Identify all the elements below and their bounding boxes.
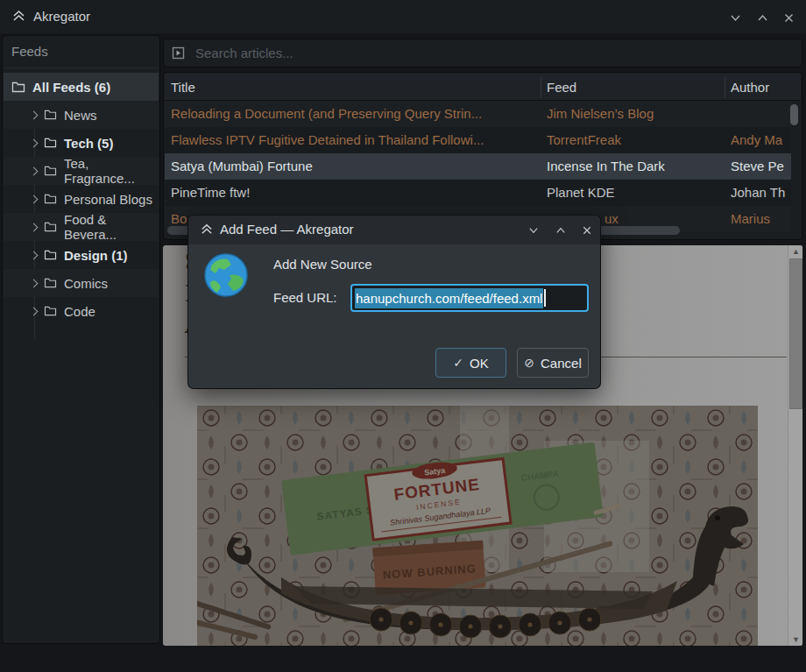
chevron-right-icon[interactable] (30, 195, 39, 203)
folder-icon (11, 81, 25, 93)
feed-url-input[interactable]: hanupchurch.com/feed/feed.xml (350, 284, 589, 312)
sidebar-item-design[interactable]: Design (1) (4, 241, 159, 269)
add-feed-dialog: Add Feed — Akregator Add New Source Feed… (188, 216, 600, 388)
sidebar-item-label: Tech (5) (64, 136, 113, 151)
article-author (725, 101, 791, 127)
folder-icon (44, 194, 57, 204)
window-titlebar: Akregator (0, 0, 806, 33)
dialog-close-button[interactable] (577, 221, 597, 240)
sidebar-item-comics[interactable]: Comics (4, 269, 159, 297)
check-icon: ✓ (453, 356, 463, 370)
close-button[interactable] (779, 8, 798, 27)
folder-icon (44, 222, 57, 232)
article-title: Reloading a Document (and Preserving Que… (165, 101, 541, 127)
sidebar-item-food-beverage[interactable]: Food & Bevera... (4, 213, 159, 241)
search-input[interactable]: Search articles... (195, 46, 293, 60)
feed-url-label: Feed URL: (273, 290, 337, 305)
sidebar-item-news[interactable]: News (4, 101, 159, 129)
article-row[interactable]: Flawless IPTV Fugitive Detained in Thail… (165, 127, 791, 153)
column-header-feed[interactable]: Feed (541, 74, 725, 101)
article-author: Steve Pe (725, 153, 791, 180)
cancel-slash-icon: ⊘ (524, 356, 534, 370)
window-title: Akregator (33, 9, 90, 24)
article-feed: Planet KDE (541, 180, 725, 206)
dialog-heading: Add New Source (273, 257, 372, 272)
akregator-app-icon (200, 223, 214, 240)
scroll-down-arrow[interactable]: ▼ (788, 633, 802, 646)
sidebar-item-label: All Feeds (6) (32, 80, 110, 95)
folder-icon (44, 138, 57, 148)
chevron-right-icon[interactable] (30, 307, 39, 315)
sidebar-item-all-feeds[interactable]: All Feeds (6) (4, 73, 159, 101)
cancel-button[interactable]: ⊘ Cancel (517, 348, 589, 378)
article-row[interactable]: PineTime ftw! Planet KDE Johan Th (165, 180, 791, 206)
sidebar-item-label: Comics (64, 276, 108, 291)
article-viewer-scrollbar[interactable]: ▲ ▼ (788, 245, 802, 646)
chevron-right-icon[interactable] (30, 251, 39, 259)
maximize-button[interactable] (753, 8, 772, 27)
folder-icon (44, 306, 57, 316)
sidebar-item-personal-blogs[interactable]: Personal Blogs (4, 185, 159, 213)
article-row-selected[interactable]: Satya (Mumbai) Fortune Incense In The Da… (165, 153, 791, 180)
column-header-author[interactable]: Author (725, 74, 791, 101)
folder-icon (44, 110, 57, 120)
article-list-vertical-scrollbar[interactable] (789, 103, 799, 240)
sidebar-item-label: Tea, Fragrance... (64, 156, 159, 186)
article-author: Andy Ma (725, 127, 791, 153)
sidebar-item-label: Personal Blogs (64, 192, 152, 207)
sidebar-item-label: Design (1) (64, 248, 128, 263)
dialog-titlebar: Add Feed — Akregator (188, 216, 600, 244)
ok-button-label: OK (470, 356, 489, 371)
akregator-window: Akregator Feeds All Feeds (6) News (0, 0, 806, 672)
chevron-right-icon[interactable] (30, 223, 39, 231)
text-caret (544, 289, 546, 307)
search-bar[interactable]: Search articles... (163, 39, 802, 67)
chevron-right-icon[interactable] (30, 110, 39, 119)
sidebar-item-tech[interactable]: Tech (5) (4, 129, 159, 157)
feeds-sidebar: Feeds All Feeds (6) News Tech (5) Tea, (2, 35, 160, 644)
dialog-maximize-button[interactable] (551, 221, 570, 240)
folder-icon (44, 278, 57, 288)
scrollbar-handle[interactable] (789, 258, 802, 409)
article-author: Johan Th (725, 180, 791, 206)
feed-url-selected-text: hanupchurch.com/feed/feed.xml (355, 288, 543, 308)
article-title: Satya (Mumbai) Fortune (165, 153, 541, 180)
globe-icon (203, 252, 249, 301)
folder-icon (44, 166, 57, 176)
scrollbar-handle[interactable] (790, 104, 798, 125)
divider (4, 67, 159, 68)
sidebar-item-code[interactable]: Code (4, 297, 159, 325)
cancel-button-label: Cancel (541, 356, 582, 371)
ok-button[interactable]: ✓ OK (435, 348, 506, 378)
chevron-right-icon[interactable] (30, 138, 39, 147)
article-feed: Incense In The Dark (541, 153, 725, 180)
article-row[interactable]: Reloading a Document (and Preserving Que… (165, 101, 791, 127)
sidebar-item-label: Food & Bevera... (64, 212, 159, 242)
chevron-right-icon[interactable] (30, 166, 39, 175)
feeds-header: Feeds (11, 44, 48, 59)
scroll-up-arrow[interactable]: ▲ (788, 245, 802, 258)
sidebar-item-label: News (64, 108, 97, 123)
article-photo: SATYAS SUGANDHAL CHAMPA Satya FORTUNE IN… (197, 406, 758, 646)
feeds-tree: All Feeds (6) News Tech (5) Tea, Fragran… (4, 73, 159, 325)
sidebar-item-tea-fragrance[interactable]: Tea, Fragrance... (4, 157, 159, 185)
folder-icon (44, 250, 57, 260)
article-list-header: Title Feed Author (165, 74, 801, 101)
article-feed: TorrentFreak (541, 127, 725, 153)
article-title: PineTime ftw! (165, 180, 541, 206)
article-feed: Jim Nielsen’s Blog (541, 101, 725, 127)
article-title: Flawless IPTV Fugitive Detained in Thail… (165, 127, 541, 153)
dialog-title: Add Feed — Akregator (220, 222, 354, 237)
minimize-button[interactable] (725, 8, 745, 27)
chevron-right-icon[interactable] (30, 279, 39, 287)
search-filter-icon[interactable] (172, 46, 185, 60)
sidebar-item-label: Code (64, 304, 95, 319)
dialog-minimize-button[interactable] (524, 221, 543, 240)
column-header-title[interactable]: Title (165, 74, 541, 101)
akregator-app-icon (11, 9, 26, 27)
